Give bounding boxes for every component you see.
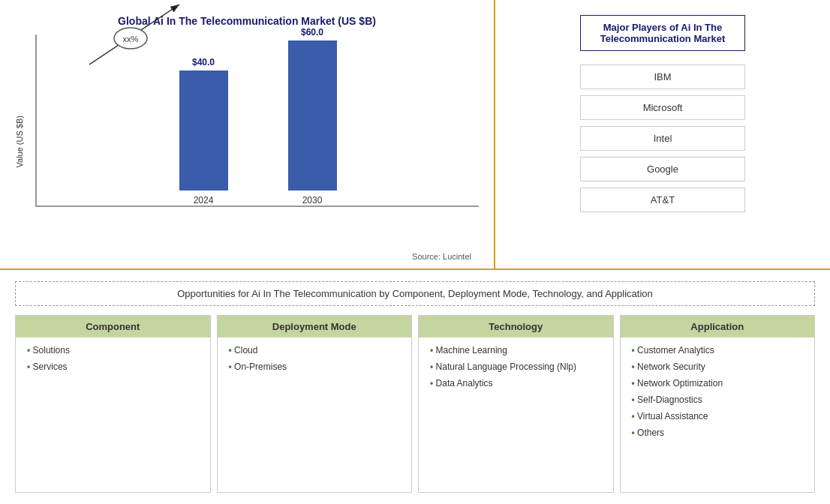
major-players-title: Major Players of Ai In The Telecommunica… — [580, 15, 745, 51]
svg-line-0 — [89, 4, 179, 64]
bar-value-2024: $40.0 — [192, 57, 215, 68]
column-header-technology: Technology — [419, 316, 613, 338]
player-intel: Intel — [580, 126, 745, 151]
bar-group-2030: $60.0 2030 — [288, 27, 337, 206]
chart-wrapper: Value (US $B) $40.0 2024 — [15, 34, 479, 248]
item-data-analytics: Data Analytics — [426, 378, 606, 388]
column-body-technology: Machine Learning Natural Language Proces… — [419, 338, 613, 492]
item-nlp: Natural Language Processing (Nlp) — [426, 362, 606, 372]
player-ibm: IBM — [580, 64, 745, 89]
source-text: Source: Lucintel — [15, 252, 479, 261]
right-panel: Major Players of Ai In The Telecommunica… — [495, 0, 830, 268]
top-section: Global Ai In The Telecommunication Marke… — [0, 0, 830, 270]
svg-text:xx%: xx% — [123, 34, 139, 44]
player-google: Google — [580, 157, 745, 182]
svg-point-2 — [114, 28, 147, 49]
column-header-component: Component — [16, 316, 210, 338]
player-microsoft: Microsoft — [580, 95, 745, 120]
item-self-diagnostics: Self-Diagnostics — [628, 394, 807, 405]
bar-label-2030: 2030 — [302, 195, 323, 206]
player-att: AT&T — [580, 188, 745, 212]
column-header-deployment: Deployment Mode — [218, 316, 412, 338]
column-body-deployment: Cloud On-Premises — [218, 338, 412, 492]
bar-2030 — [288, 40, 337, 190]
column-deployment: Deployment Mode Cloud On-Premises — [217, 315, 413, 493]
column-body-component: Solutions Services — [16, 338, 210, 492]
column-body-application: Customer Analytics Network Security Netw… — [621, 338, 815, 492]
bar-2024 — [179, 70, 228, 190]
chart-title: Global Ai In The Telecommunication Marke… — [118, 15, 376, 27]
chart-inner: $40.0 2024 $60.0 2030 — [28, 34, 479, 248]
column-header-application: Application — [621, 316, 815, 338]
bars-container: $40.0 2024 $60.0 2030 — [35, 34, 479, 207]
column-application: Application Customer Analytics Network S… — [620, 315, 816, 493]
bottom-section: Opportunities for Ai In The Telecommunic… — [0, 270, 830, 504]
item-machine-learning: Machine Learning — [426, 345, 606, 356]
column-component: Component Solutions Services — [15, 315, 211, 493]
item-network-optimization: Network Optimization — [628, 378, 807, 388]
item-solutions: Solutions — [23, 345, 203, 356]
bar-label-2024: 2024 — [194, 195, 214, 206]
item-network-security: Network Security — [628, 362, 807, 372]
bar-group-2024: $40.0 2024 — [179, 57, 228, 206]
item-services: Services — [23, 362, 203, 372]
column-technology: Technology Machine Learning Natural Lang… — [418, 315, 614, 493]
item-virtual-assistance: Virtual Assistance — [628, 411, 807, 422]
chart-area: Global Ai In The Telecommunication Marke… — [0, 0, 495, 268]
item-on-premises: On-Premises — [225, 362, 404, 372]
columns-container: Component Solutions Services Deployment … — [15, 315, 815, 493]
opportunities-title: Opportunities for Ai In The Telecommunic… — [15, 281, 815, 306]
item-customer-analytics: Customer Analytics — [628, 345, 807, 356]
main-container: Global Ai In The Telecommunication Marke… — [0, 0, 830, 504]
y-axis-label: Value (US $B) — [15, 116, 24, 168]
item-others: Others — [628, 428, 807, 438]
bar-value-2030: $60.0 — [301, 27, 323, 38]
item-cloud: Cloud — [225, 345, 404, 356]
